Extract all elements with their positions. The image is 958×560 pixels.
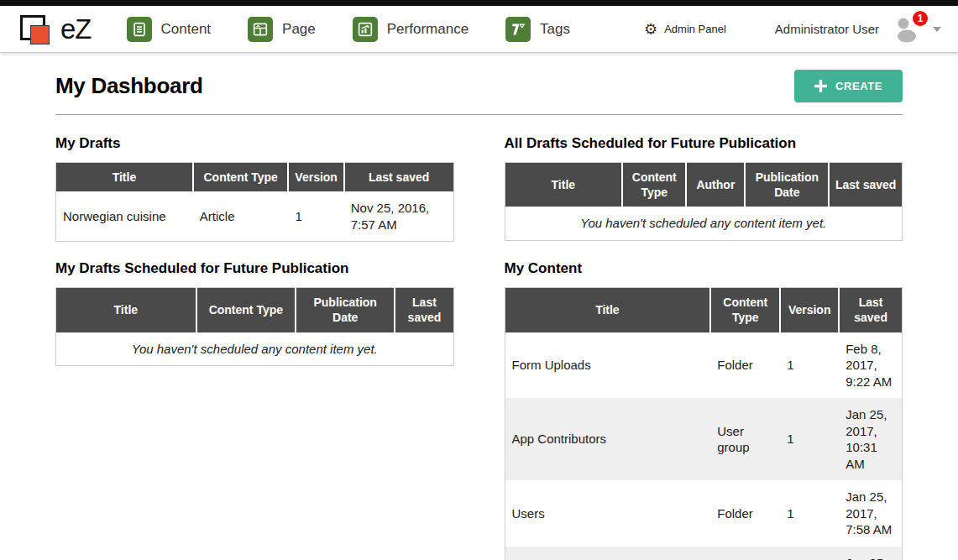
column-header: Version (780, 288, 839, 332)
table-row[interactable]: Form UploadsFolder1Feb 8, 2017, 9:22 AM (505, 332, 903, 399)
column-header: Title (505, 163, 622, 207)
table-row[interactable]: App ContributorsUser group1Jan 25, 2017,… (505, 398, 903, 480)
table-header-row: TitleContent TypeVersionLast saved (505, 288, 903, 332)
column-header: Last saved (839, 288, 902, 332)
create-button[interactable]: CREATE (794, 70, 903, 102)
dashboard-grid: My Drafts TitleContent TypeVersionLast s… (55, 120, 903, 560)
empty-message: You haven't scheduled any content item y… (505, 207, 903, 240)
table-cell: App Contributors (505, 398, 710, 480)
ez-logo-icon (17, 12, 59, 47)
chevron-down-icon (933, 27, 941, 32)
column-header: Content Type (710, 288, 780, 332)
logo-text: eZ (60, 13, 92, 45)
table-cell: Form Uploads (505, 332, 710, 399)
table-header-row: TitleContent TypeVersionLast saved (56, 163, 454, 192)
section-my-content: My Content TitleContent TypeVersionLast … (505, 245, 903, 560)
main-header: eZ Content Pag (0, 6, 958, 53)
column-header: Title (505, 288, 710, 332)
main-nav: Content Page (127, 17, 571, 42)
table-cell: Folder (710, 332, 780, 399)
nav-item-content[interactable]: Content (127, 17, 212, 42)
section-title: My Drafts (55, 135, 454, 152)
section-all-drafts-scheduled: All Drafts Scheduled for Future Publicat… (505, 120, 903, 242)
column-header: Version (288, 163, 343, 192)
table-cell: 1 (780, 398, 839, 480)
section-my-drafts: My Drafts TitleContent TypeVersionLast s… (55, 120, 454, 242)
page-icon (248, 17, 273, 42)
nav-label: Tags (540, 21, 570, 38)
empty-message: You haven't scheduled any content item y… (56, 332, 454, 366)
table-cell: User group (710, 398, 780, 480)
dashboard-page: My Dashboard CREATE My Drafts TitleConte… (0, 53, 958, 560)
table-cell: Feb 8, 2017, 9:22 AM (839, 332, 902, 399)
performance-icon (353, 17, 378, 42)
empty-row: You haven't scheduled any content item y… (505, 207, 903, 240)
my-drafts-table: TitleContent TypeVersionLast savedNorweg… (55, 162, 454, 242)
table-cell: 1 (780, 480, 839, 547)
table-cell: Jan 25, 2017, 10:31 AM (839, 398, 902, 480)
column-header: Last saved (829, 163, 902, 207)
create-button-label: CREATE (835, 80, 882, 92)
table-cell: Article (193, 191, 289, 242)
table-row[interactable]: UsersFolder1Jan 25, 2017, 7:58 AM (505, 480, 903, 547)
nav-label: Content (161, 21, 212, 38)
empty-row: You haven't scheduled any content item y… (56, 332, 454, 366)
nav-label: Page (282, 21, 316, 38)
table-cell: Folder (710, 547, 780, 560)
nav-label: Performance (387, 21, 469, 38)
column-header: Title (56, 288, 196, 332)
table-cell: Nov 25, 2016, 7:57 AM (344, 191, 453, 242)
admin-panel-button[interactable]: ⚙ Admin Panel (644, 22, 726, 37)
table-cell: 1 (780, 332, 839, 399)
table-row[interactable]: Norwegian cuisineArticle1Nov 25, 2016, 7… (56, 191, 454, 242)
table-header-row: TitleContent TypeAuthorPublication DateL… (505, 163, 903, 207)
table-cell: Jan 25, 2017, 7:58 AM (839, 480, 902, 547)
column-header: Last saved (395, 288, 453, 332)
table-cell: 1 (780, 547, 839, 560)
table-header-row: TitleContent TypePublication DateLast sa… (56, 288, 454, 332)
avatar: 1 (889, 14, 923, 44)
section-title: All Drafts Scheduled for Future Publicat… (505, 135, 903, 152)
user-menu[interactable]: Administrator User 1 (775, 14, 941, 44)
column-header: Title (56, 163, 193, 192)
content-icon (127, 17, 152, 42)
page-title: My Dashboard (55, 73, 203, 99)
section-my-drafts-scheduled: My Drafts Scheduled for Future Publicati… (55, 245, 454, 560)
nav-item-performance[interactable]: Performance (353, 17, 469, 42)
tags-icon (505, 17, 531, 42)
column-header: Author (686, 163, 745, 207)
top-strip (0, 0, 958, 6)
table-row[interactable]: AppFolder1Jan 25, 2017, 7:55 AM (505, 547, 903, 560)
my-drafts-scheduled-table: TitleContent TypePublication DateLast sa… (55, 287, 454, 366)
section-title: My Drafts Scheduled for Future Publicati… (55, 260, 454, 277)
column-header: Content Type (193, 163, 289, 192)
gear-icon: ⚙ (644, 22, 657, 37)
table-cell: Users (505, 480, 710, 547)
page-header-row: My Dashboard CREATE (55, 53, 903, 115)
all-drafts-scheduled-table: TitleContent TypeAuthorPublication DateL… (505, 162, 903, 241)
nav-item-tags[interactable]: Tags (505, 17, 570, 42)
admin-panel-label: Admin Panel (664, 23, 726, 35)
column-header: Publication Date (745, 163, 829, 207)
plus-icon (814, 80, 827, 92)
user-name: Administrator User (775, 22, 879, 36)
table-cell: Jan 25, 2017, 7:55 AM (839, 547, 902, 560)
table-cell: Norwegian cuisine (56, 191, 193, 242)
ez-logo[interactable]: eZ (17, 12, 92, 47)
column-header: Content Type (196, 288, 296, 332)
table-cell: 1 (288, 191, 343, 242)
nav-item-page[interactable]: Page (248, 17, 316, 42)
column-header: Content Type (622, 163, 686, 207)
column-header: Last saved (344, 163, 453, 192)
table-cell: App (505, 547, 710, 560)
table-cell: Folder (710, 480, 780, 547)
column-header: Publication Date (296, 288, 395, 332)
notification-badge[interactable]: 1 (913, 11, 928, 26)
my-content-table: TitleContent TypeVersionLast savedForm U… (505, 287, 903, 560)
section-title: My Content (505, 260, 903, 277)
